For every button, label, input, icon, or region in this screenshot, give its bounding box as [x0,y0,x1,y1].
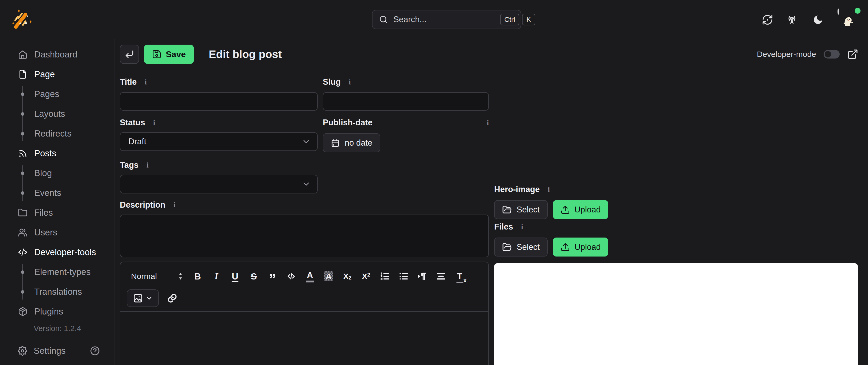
format-picker[interactable]: Normal [131,272,183,281]
blockquote-button[interactable]: ” [266,270,279,283]
form-content: Titlei Slugi Statusi Draft Publish-date [115,70,868,365]
tree-rail [18,124,28,143]
superscript-button[interactable]: X2 [360,270,372,283]
tree-rail [18,282,28,302]
strikethrough-button[interactable]: S [248,270,260,283]
status-select[interactable]: Draft [120,132,318,151]
ordered-list-icon [379,271,390,281]
clear-formatting-button[interactable]: Tx [454,270,466,283]
tags-select[interactable] [120,175,318,194]
tree-rail [18,163,28,183]
sidebar-item-blog[interactable]: Blog [0,163,114,183]
home-icon [18,50,28,59]
link-icon [167,293,178,303]
info-icon[interactable]: i [147,161,149,169]
text-direction-button[interactable] [416,270,428,283]
sidebar-item-developer-tools[interactable]: Developer-tools [0,242,114,262]
title-input[interactable] [120,92,318,111]
background-color-button[interactable]: A [322,270,335,283]
info-icon[interactable]: i [145,78,147,86]
info-icon[interactable]: i [548,186,550,194]
hero-image-select-button[interactable]: Select [494,200,548,219]
sidebar: Dashboard Page Pages Layouts Redirects [0,39,115,365]
sidebar-item-posts[interactable]: Posts [0,143,114,163]
ordered-list-button[interactable] [379,270,391,283]
align-button[interactable] [435,270,447,283]
folder-open-icon [502,205,512,214]
rich-text-editor: Normal B I U S ” [120,262,489,365]
save-button[interactable]: Save [144,45,194,64]
sync-icon[interactable] [762,14,773,26]
underline-button[interactable]: U [229,270,241,283]
gear-icon [18,346,27,356]
info-icon[interactable]: i [153,119,155,127]
sidebar-item-page[interactable]: Page [0,64,114,84]
chevron-down-icon [302,137,311,146]
page-title: Edit blog post [209,48,282,61]
sidebar-item-pages[interactable]: Pages [0,84,114,104]
italic-button[interactable]: I [210,270,222,283]
sidebar-item-translations[interactable]: Translations [0,282,114,302]
slug-input[interactable] [323,92,489,111]
folder-open-icon [502,242,512,252]
code-glyph-icon [286,271,297,281]
description-textarea[interactable] [120,214,489,257]
field-description: Descriptioni [120,200,489,258]
info-icon[interactable]: i [521,223,523,231]
sidebar-item-plugins[interactable]: Plugins [0,302,114,322]
sidebar-item-dashboard[interactable]: Dashboard [0,45,114,64]
sidebar-item-layouts[interactable]: Layouts [0,104,114,124]
external-link-icon[interactable] [847,48,858,60]
search-bar[interactable]: Ctrl K [372,10,521,29]
folder-icon [18,208,28,218]
broadcast-icon[interactable] [787,14,799,25]
subscript-button[interactable]: X2 [341,270,353,283]
field-slug: Slugi [323,77,489,111]
calendar-icon [331,138,340,147]
back-button[interactable] [120,45,139,64]
files-select-button[interactable]: Select [494,237,548,257]
sidebar-item-files[interactable]: Files [0,203,114,223]
search-input[interactable] [393,15,500,24]
bullet-list-button[interactable] [397,270,410,283]
developer-mode-label: Developer-mode [757,50,816,59]
code-block-button[interactable] [285,270,297,283]
files-upload-button[interactable]: Upload [553,237,608,257]
field-files: Filesi Select Upload [494,222,608,257]
align-icon [436,271,446,281]
insert-link-button[interactable] [167,293,178,303]
shortcut-ctrl-key: Ctrl [500,13,519,25]
header-right: Developer-mode [757,48,858,60]
info-icon[interactable]: i [174,201,176,209]
sidebar-item-events[interactable]: Events [0,183,114,203]
sidebar-item-users[interactable]: Users [0,223,114,242]
user-avatar[interactable] [838,9,858,30]
rss-icon [18,148,28,158]
publish-date-button[interactable]: no date [323,133,380,152]
app-logo-icon[interactable] [10,7,34,32]
topbar: Ctrl K [0,0,868,39]
info-icon[interactable]: i [487,119,489,127]
main-area: Save Edit blog post Developer-mode Title… [115,40,868,365]
developer-mode-toggle[interactable] [824,50,840,59]
text-color-button[interactable]: A [304,270,316,283]
tree-rail [18,183,28,203]
version-text: Version: 1.2.4 [0,324,114,333]
bold-button[interactable]: B [191,270,204,283]
cms-app: Ctrl K [0,0,868,365]
insert-image-button[interactable] [127,289,159,307]
hero-image-upload-button[interactable]: Upload [553,200,608,219]
return-arrow-icon [124,49,134,59]
avatar-image [838,8,839,15]
info-icon[interactable]: i [349,78,351,86]
help-icon[interactable] [90,346,100,356]
field-tags: Tagsi [120,160,318,194]
sidebar-item-settings[interactable]: Settings [0,341,114,361]
editor-content-area[interactable] [120,312,488,365]
moon-icon[interactable] [812,14,824,25]
sidebar-item-redirects[interactable]: Redirects [0,124,114,143]
save-icon [152,49,161,59]
users-icon [18,228,28,237]
sidebar-item-element-types[interactable]: Element-types [0,262,114,282]
package-icon [18,307,28,317]
